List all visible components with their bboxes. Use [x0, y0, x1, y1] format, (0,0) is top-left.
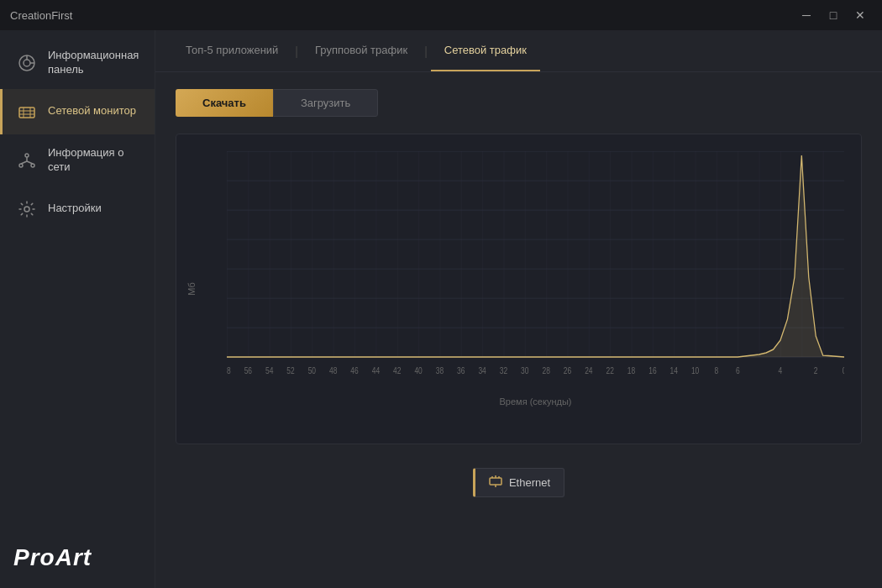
- svg-text:32: 32: [500, 366, 507, 375]
- chart-container: Мб 0,0016 0,0014 0,0012 0,001 0,0008: [176, 134, 862, 444]
- minimize-button[interactable]: ─: [795, 7, 818, 24]
- sidebar-label-network-monitor: Сетевой монитор: [48, 104, 136, 118]
- tab-group[interactable]: Групповой трафик: [302, 30, 421, 71]
- app-title: CreationFirst: [10, 9, 72, 22]
- svg-point-15: [24, 207, 29, 212]
- svg-text:56: 56: [244, 366, 252, 375]
- proart-logo-text: ProArt: [13, 544, 92, 570]
- content-area: Топ-5 приложений | Групповой трафик | Се…: [155, 30, 882, 588]
- proart-logo: ProArt: [13, 544, 141, 571]
- svg-text:44: 44: [372, 366, 380, 375]
- sidebar: Информационная панель Сетевой монитор: [0, 30, 155, 588]
- chart-svg: 0,0016 0,0014 0,0012 0,001 0,0008 0,0006…: [227, 151, 844, 386]
- svg-text:0: 0: [843, 366, 844, 375]
- svg-text:22: 22: [606, 366, 614, 375]
- tabs-bar: Топ-5 приложений | Групповой трафик | Се…: [155, 30, 882, 72]
- svg-text:26: 26: [564, 366, 571, 375]
- svg-text:52: 52: [286, 366, 294, 375]
- tab-separator-2: |: [424, 45, 428, 58]
- sidebar-item-settings[interactable]: Настройки: [0, 186, 155, 232]
- svg-rect-16: [227, 151, 844, 357]
- svg-text:40: 40: [414, 366, 422, 375]
- svg-point-11: [31, 164, 34, 167]
- chart-y-label: Мб: [186, 282, 197, 295]
- traffic-buttons: Скачать Загрузить: [176, 89, 862, 117]
- svg-text:24: 24: [585, 366, 592, 375]
- svg-text:10: 10: [691, 366, 699, 375]
- ethernet-label: Ethernet: [509, 476, 550, 489]
- legend-ethernet[interactable]: Ethernet: [473, 468, 564, 497]
- svg-text:16: 16: [648, 366, 656, 375]
- network-info-icon: [16, 150, 38, 171]
- svg-text:48: 48: [329, 366, 337, 375]
- svg-text:34: 34: [478, 366, 486, 375]
- ethernet-icon: [489, 475, 502, 490]
- svg-line-13: [21, 161, 27, 164]
- svg-text:50: 50: [308, 366, 316, 375]
- svg-text:54: 54: [265, 366, 273, 375]
- sidebar-label-settings: Настройки: [48, 202, 102, 216]
- svg-text:6: 6: [736, 366, 740, 375]
- svg-text:42: 42: [393, 366, 401, 375]
- titlebar-left: CreationFirst: [10, 9, 72, 22]
- tab-content-network: Скачать Загрузить Мб 0,0016 0,0014: [155, 72, 882, 588]
- sidebar-label-network-info: Информация о сети: [48, 146, 141, 175]
- svg-text:36: 36: [457, 366, 465, 375]
- tab-separator-1: |: [295, 45, 298, 58]
- svg-rect-4: [19, 108, 34, 118]
- download-button[interactable]: Скачать: [176, 89, 273, 117]
- svg-text:30: 30: [521, 366, 528, 375]
- tab-network[interactable]: Сетевой трафик: [431, 30, 540, 71]
- settings-icon: [16, 198, 38, 220]
- svg-text:14: 14: [670, 366, 678, 375]
- legend-area: Ethernet: [176, 468, 862, 497]
- svg-text:38: 38: [436, 366, 444, 375]
- sidebar-bottom: ProArt: [0, 528, 155, 588]
- svg-rect-63: [490, 478, 501, 485]
- titlebar: CreationFirst ─ □ ✕: [0, 0, 882, 30]
- svg-text:28: 28: [542, 366, 549, 375]
- titlebar-controls: ─ □ ✕: [795, 7, 872, 24]
- svg-point-9: [25, 154, 29, 157]
- svg-text:46: 46: [350, 366, 358, 375]
- app-body: Информационная панель Сетевой монитор: [0, 30, 882, 588]
- close-button[interactable]: ✕: [848, 7, 872, 24]
- svg-text:18: 18: [627, 366, 635, 375]
- sidebar-item-network-monitor[interactable]: Сетевой монитор: [0, 89, 155, 134]
- chart-x-label: Время (секунды): [227, 396, 844, 407]
- sidebar-label-dashboard: Информационная панель: [48, 49, 141, 77]
- svg-text:58: 58: [227, 366, 231, 375]
- tab-top5[interactable]: Топ-5 приложений: [172, 30, 291, 71]
- sidebar-item-network-info[interactable]: Информация о сети: [0, 134, 155, 186]
- upload-button[interactable]: Загрузить: [273, 89, 378, 117]
- svg-text:2: 2: [814, 366, 818, 375]
- maximize-button[interactable]: □: [822, 7, 845, 24]
- svg-line-14: [27, 161, 33, 164]
- svg-text:4: 4: [779, 366, 783, 375]
- dashboard-icon: [16, 52, 38, 74]
- svg-point-10: [19, 164, 23, 167]
- sidebar-item-dashboard[interactable]: Информационная панель: [0, 37, 155, 89]
- network-monitor-icon: [16, 101, 38, 123]
- svg-point-1: [24, 60, 30, 66]
- svg-text:8: 8: [715, 366, 719, 375]
